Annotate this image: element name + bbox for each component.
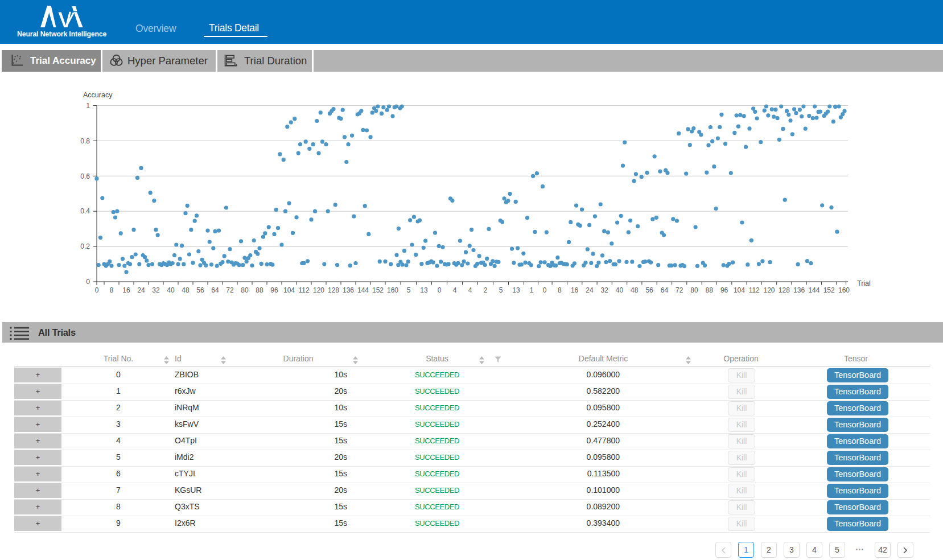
svg-text:136: 136 [793, 286, 805, 294]
svg-text:Trial: Trial [857, 279, 871, 287]
svg-text:5: 5 [499, 286, 503, 294]
svg-text:96: 96 [270, 286, 278, 294]
svg-text:Accuracy: Accuracy [83, 91, 113, 99]
svg-text:0.8: 0.8 [80, 137, 90, 145]
svg-text:0: 0 [95, 286, 99, 294]
svg-text:1: 1 [530, 286, 534, 294]
svg-text:56: 56 [196, 286, 204, 294]
svg-text:32: 32 [601, 286, 609, 294]
svg-text:24: 24 [137, 286, 145, 294]
svg-text:0.6: 0.6 [80, 172, 90, 180]
svg-text:4: 4 [468, 286, 472, 294]
svg-text:144: 144 [808, 286, 820, 294]
svg-text:88: 88 [256, 286, 263, 294]
svg-text:80: 80 [241, 286, 249, 294]
svg-text:152: 152 [372, 286, 384, 294]
svg-text:13: 13 [420, 286, 428, 294]
svg-text:4: 4 [453, 286, 457, 294]
svg-text:136: 136 [343, 286, 354, 294]
svg-text:40: 40 [167, 286, 175, 294]
svg-text:0.2: 0.2 [80, 242, 90, 250]
svg-text:72: 72 [676, 286, 683, 294]
svg-text:120: 120 [763, 286, 775, 294]
svg-text:16: 16 [571, 286, 579, 294]
svg-text:0: 0 [438, 286, 442, 294]
svg-text:56: 56 [645, 286, 653, 294]
svg-text:80: 80 [690, 286, 698, 294]
svg-text:144: 144 [357, 286, 369, 294]
svg-text:128: 128 [779, 286, 790, 294]
svg-text:40: 40 [616, 286, 624, 294]
svg-text:24: 24 [586, 286, 594, 294]
svg-text:0.4: 0.4 [80, 207, 90, 215]
svg-text:128: 128 [328, 286, 339, 294]
svg-text:2: 2 [484, 286, 488, 294]
svg-text:64: 64 [661, 286, 669, 294]
svg-text:32: 32 [152, 286, 160, 294]
svg-text:48: 48 [631, 286, 639, 294]
svg-text:160: 160 [387, 286, 398, 294]
svg-text:1: 1 [86, 102, 90, 110]
svg-text:16: 16 [122, 286, 130, 294]
svg-text:64: 64 [211, 286, 219, 294]
svg-text:160: 160 [838, 286, 850, 294]
svg-text:48: 48 [182, 286, 190, 294]
svg-text:104: 104 [283, 286, 295, 294]
svg-text:88: 88 [706, 286, 714, 294]
svg-text:0: 0 [86, 278, 90, 286]
svg-text:112: 112 [749, 286, 760, 294]
svg-text:96: 96 [720, 286, 728, 294]
svg-text:5: 5 [407, 286, 411, 294]
svg-text:104: 104 [734, 286, 745, 294]
svg-text:8: 8 [558, 286, 562, 294]
svg-text:72: 72 [226, 286, 234, 294]
svg-text:13: 13 [512, 286, 520, 294]
svg-text:0: 0 [543, 286, 547, 294]
svg-text:8: 8 [110, 286, 114, 294]
svg-text:112: 112 [298, 286, 309, 294]
svg-text:120: 120 [313, 286, 324, 294]
svg-text:152: 152 [823, 286, 835, 294]
